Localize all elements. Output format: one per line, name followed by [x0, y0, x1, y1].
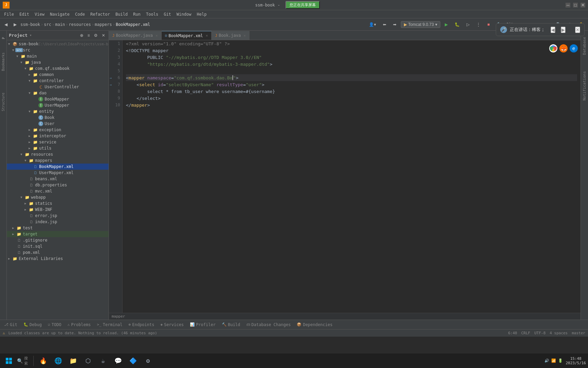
tree-item-beans-xml[interactable]: 🗋 beans.xml: [7, 176, 109, 182]
notif-prev-button[interactable]: ◀: [551, 27, 555, 33]
database-tab[interactable]: Database: [582, 37, 587, 55]
menu-help[interactable]: Help: [194, 11, 209, 17]
tree-item-bookmapper[interactable]: I BookMapper: [7, 96, 109, 102]
tab-debug[interactable]: 🐛 Debug: [21, 322, 45, 328]
status-line[interactable]: 6:40: [508, 331, 517, 335]
back-button[interactable]: ◀: [2, 21, 10, 28]
tree-item-java[interactable]: ▼ 📁 java: [7, 59, 109, 65]
tab-close-bookmapper-java[interactable]: ✕: [156, 33, 158, 38]
tree-item-dao[interactable]: ▼ 📁 dao: [7, 90, 109, 96]
tree-item-test[interactable]: ▶ 📁 test: [7, 225, 109, 231]
taskbar-clock[interactable]: 15:48 2023/5/16: [566, 356, 586, 365]
run-with-coverage[interactable]: ▷: [464, 21, 472, 28]
tab-bookmapper-xml[interactable]: ⊡ BookMapper.xml ✕: [162, 31, 212, 40]
taskbar-vscode[interactable]: ⬡: [81, 354, 95, 367]
tab-todo[interactable]: ☑ TODO: [45, 322, 64, 328]
tree-item-exception[interactable]: ▶ 📁 exception: [7, 127, 109, 133]
tree-item-usermapper-xml[interactable]: 🗋 UserMapper.xml: [7, 170, 109, 176]
chrome-icon[interactable]: [549, 44, 557, 52]
status-encoding[interactable]: UTF-8: [534, 331, 545, 335]
tree-item-ssm-book[interactable]: ▼ 📦 ssm-book C:\Users\zed\IdeaProjects\s…: [7, 41, 109, 47]
tree-item-web-inf[interactable]: ▶ 📁 WEB-INF: [7, 206, 109, 213]
menu-build[interactable]: Build: [113, 11, 130, 17]
tree-locate[interactable]: ⊕: [79, 32, 85, 39]
tree-item-usercontroller[interactable]: C UserController: [7, 84, 109, 90]
start-button[interactable]: [2, 354, 16, 367]
menu-edit[interactable]: Edit: [17, 11, 32, 17]
tab-services[interactable]: ◈ Services: [158, 322, 186, 328]
tab-db-changes[interactable]: 🗃 Database Changes: [244, 322, 294, 328]
code-area[interactable]: <?xml version="1.0" encoding="UTF-8" ?> …: [122, 40, 581, 313]
tab-close-bookmapper-xml[interactable]: ✕: [206, 33, 208, 38]
tree-item-usermapper[interactable]: I UserMapper: [7, 102, 109, 108]
menu-navigate[interactable]: Navigate: [47, 11, 72, 17]
menu-run[interactable]: Run: [130, 11, 143, 17]
tree-item-bookmapper-xml[interactable]: 🗋 BookMapper.xml: [7, 164, 109, 170]
minimize-button[interactable]: ─: [566, 3, 570, 7]
tab-book-java[interactable]: J Book.java ✕: [212, 31, 249, 40]
menu-refactor[interactable]: Refactor: [87, 11, 113, 17]
tree-item-interceptor[interactable]: ▶ 📁 interceptor: [7, 133, 109, 139]
project-icon[interactable]: P: [1, 35, 6, 41]
tab-build[interactable]: 🔨 Build: [219, 322, 243, 328]
edge-icon[interactable]: e: [570, 44, 578, 52]
tree-item-gitignore[interactable]: 🗋 .gitignore: [7, 237, 109, 243]
bookmarks-label[interactable]: Bookmarks: [1, 52, 5, 71]
search-taskbar-button[interactable]: 🔍 搜索: [17, 354, 31, 367]
tree-item-src[interactable]: ▼ src src: [7, 47, 109, 53]
nav-back[interactable]: ⬅: [380, 21, 389, 28]
breadcrumb-file[interactable]: BookMapper.xml: [116, 22, 150, 27]
taskbar-app7[interactable]: 🔷: [126, 354, 140, 367]
menu-window[interactable]: Window: [174, 11, 194, 17]
taskbar-app5[interactable]: ☕: [96, 354, 110, 367]
tree-item-entity[interactable]: ▼ 📁 entity: [7, 108, 109, 114]
tree-item-index-jsp[interactable]: 🗋 index.jsp: [7, 219, 109, 225]
tree-dropdown[interactable]: ▾: [30, 33, 32, 37]
tab-endpoints[interactable]: ⊕ Endpoints: [126, 322, 157, 328]
status-line-ending[interactable]: CRLF: [521, 331, 530, 335]
tree-item-utils[interactable]: ▶ 📁 utils: [7, 145, 109, 151]
status-indent[interactable]: 4 spaces: [550, 331, 568, 335]
tab-terminal[interactable]: >_ Terminal: [94, 322, 125, 328]
taskbar-app6[interactable]: 💬: [111, 354, 125, 367]
taskbar-chrome[interactable]: 🌐: [51, 354, 65, 367]
tree-item-pom-xml[interactable]: 🗋 pom.xml: [7, 249, 109, 256]
menu-view[interactable]: View: [32, 11, 47, 17]
tree-item-user[interactable]: C User: [7, 121, 109, 127]
tray-icon-1[interactable]: 🔊: [544, 358, 549, 363]
tree-collapse[interactable]: ≡: [86, 32, 91, 39]
tree-item-main[interactable]: ▼ 📁 main: [7, 53, 109, 59]
tray-icon-3[interactable]: 🔋: [558, 358, 563, 363]
tab-dependencies[interactable]: 📦 Dependencies: [294, 322, 335, 328]
breadcrumb-main[interactable]: main: [55, 22, 65, 27]
share-badge[interactable]: 您正在共享屏幕: [285, 1, 320, 9]
tree-item-controller[interactable]: ▼ 📁 controller: [7, 78, 109, 84]
tomcat-button[interactable]: ▶ Tomcat 9.0.73 ▾: [401, 21, 440, 28]
tree-item-statics[interactable]: ▶ 📁 statics: [7, 200, 109, 206]
notifications-tab[interactable]: Notifications: [582, 71, 587, 101]
tab-git[interactable]: ⎇ Git: [1, 322, 20, 328]
debug-button[interactable]: 🐛: [452, 21, 462, 28]
tree-item-mvc-xml[interactable]: 🗋 mvc.xml: [7, 188, 109, 194]
more-run[interactable]: ⋮: [474, 21, 483, 28]
tree-item-db-properties[interactable]: 🗋 db.properties: [7, 182, 109, 188]
stop-button[interactable]: ■: [485, 21, 492, 28]
taskbar-app8[interactable]: ⚙: [141, 354, 155, 367]
tree-close[interactable]: ✕: [100, 32, 107, 39]
close-button[interactable]: ✕: [581, 3, 585, 7]
breadcrumb-ssm-book[interactable]: ssm-book: [20, 22, 40, 27]
tab-problems[interactable]: ⚠ Problems: [65, 322, 93, 328]
structure-label[interactable]: Structure: [1, 93, 5, 111]
status-branch[interactable]: master: [572, 331, 585, 335]
menu-file[interactable]: File: [1, 11, 17, 17]
tree-item-external-libs[interactable]: ▶ 📁 External Libraries: [7, 256, 109, 262]
tree-item-package[interactable]: ▼ 📁 com.qf.ssmbook: [7, 65, 109, 72]
tab-profiler[interactable]: 📊 Profiler: [187, 322, 218, 328]
tree-item-webapp[interactable]: ▼ 📁 webapp: [7, 194, 109, 200]
tree-item-common[interactable]: ▶ 📁 common: [7, 72, 109, 78]
tree-item-resources[interactable]: ▼ 📁 resources: [7, 151, 109, 157]
nav-forward[interactable]: ➡: [391, 21, 399, 28]
firefox-icon[interactable]: 🦊: [559, 44, 568, 52]
tray-icon-2[interactable]: 📶: [551, 358, 556, 363]
tree-item-init-sql[interactable]: 🗋 init.sql: [7, 243, 109, 249]
